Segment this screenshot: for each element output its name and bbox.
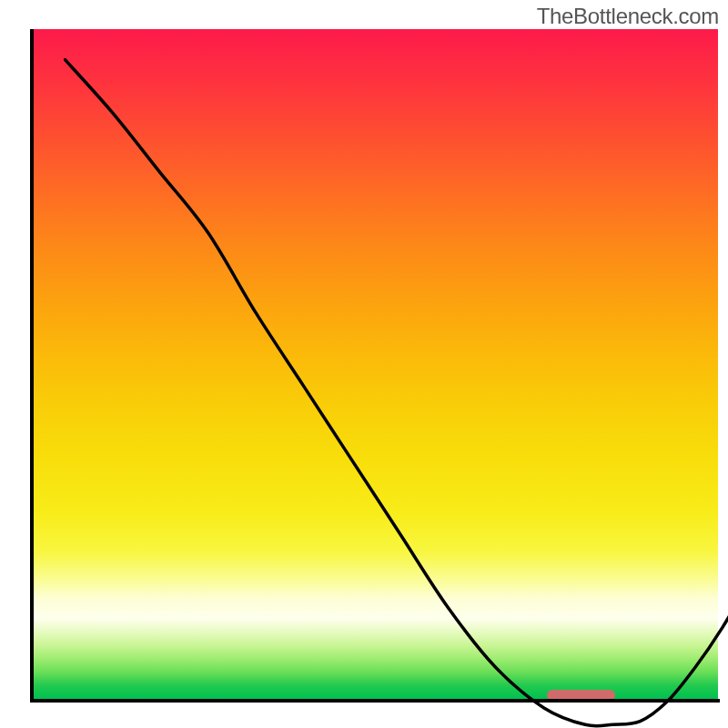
bottleneck-curve xyxy=(64,58,728,726)
x-axis xyxy=(30,699,720,703)
y-axis xyxy=(30,29,34,703)
curve-svg xyxy=(64,58,728,728)
plot-area xyxy=(32,29,718,699)
watermark-text: TheBottleneck.com xyxy=(537,4,719,29)
